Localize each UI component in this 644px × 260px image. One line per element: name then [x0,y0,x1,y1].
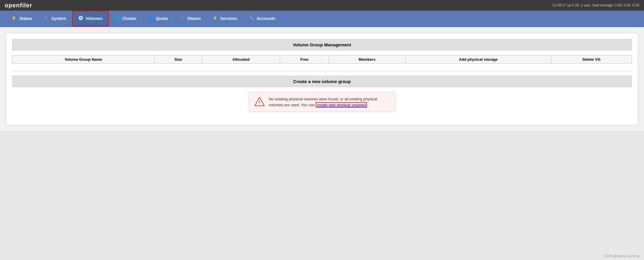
nav-shares[interactable]: 🖧 Shares [174,11,207,26]
warning-message: No existing physical volumes were found,… [269,96,390,108]
nav-services[interactable]: ⚡ Services [207,11,243,26]
nav-services-label: Services [220,16,237,21]
th-allocated: Allocated [202,55,280,64]
table-header-row: Volume Group Name Size Allocated Free Me… [12,55,632,64]
create-volume-section: Create a new volume group ! No existing … [12,76,632,112]
nav-status-label: Status [19,16,32,21]
warning-triangle-icon: ! [254,96,265,107]
nav-shares-label: Shares [187,16,201,21]
nav-status[interactable]: 🖥 Status [6,11,38,26]
nav-cluster[interactable]: 🌐 Cluster [109,11,142,26]
warning-text-after: . [367,103,368,107]
nav-cluster-label: Cluster [122,16,136,21]
shares-icon: 🖧 [180,16,185,21]
th-free: Free [280,55,329,64]
th-delete-vg: Delete VG [551,55,632,64]
nav-quota[interactable]: 🌀 Quota [142,11,173,26]
th-vg-name: Volume Group Name [12,55,155,64]
nav-system[interactable]: 🖥 System [38,11,72,26]
create-volume-title: Create a new volume group [12,76,632,87]
nav-quota-label: Quota [156,16,168,21]
nav-system-label: System [51,16,66,21]
nav-accounts[interactable]: 🔧 Accounts [243,11,281,26]
quota-icon: 🌀 [148,16,154,21]
th-members: Members [329,55,405,64]
th-add-physical: Add physical storage [405,55,551,64]
system-icon: 🖥 [44,16,50,21]
accounts-icon: 🔧 [249,16,255,21]
warning-link-container: create new physical volumes [316,102,367,108]
logo: openfiler [5,2,32,9]
volume-group-table: Volume Group Name Size Allocated Free Me… [12,55,632,64]
navbar: 🖥 Status 🖥 System 💿 Volumes 🌐 Cluster 🌀 … [0,11,644,27]
footer-watermark: CSDN @sqlboy-yuzheng [603,254,639,258]
section-divider [12,71,632,71]
volume-group-management-title: Volume Group Management [12,39,632,50]
volumes-icon: 💿 [78,16,84,21]
nav-accounts-label: Accounts [257,16,275,21]
system-status: 21:58:17 up 5:20, 1 user, load average: … [552,3,639,7]
content-wrapper: Volume Group Management Volume Group Nam… [6,33,638,125]
nav-volumes-label: Volumes [86,16,103,21]
create-physical-volumes-link[interactable]: create new physical volumes [317,103,366,107]
services-icon: ⚡ [213,16,218,21]
th-size: Size [155,55,202,64]
warning-box: ! No existing physical volumes were foun… [249,92,396,112]
svg-text:!: ! [259,100,260,105]
main-content: Volume Group Management Volume Group Nam… [0,27,644,131]
nav-volumes[interactable]: 💿 Volumes [72,11,109,26]
topbar: openfiler 21:58:17 up 5:20, 1 user, load… [0,0,644,11]
cluster-icon: 🌐 [115,16,121,21]
status-icon: 🖥 [12,16,18,21]
volume-group-management-section: Volume Group Management Volume Group Nam… [12,39,632,64]
